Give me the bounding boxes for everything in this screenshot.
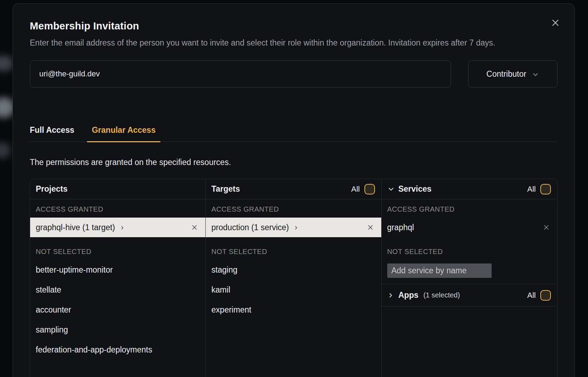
- targets-all-label: All: [351, 185, 360, 194]
- project-granted-row[interactable]: graphql-hive (1 target): [30, 218, 205, 237]
- membership-invitation-modal: Membership Invitation Enter the email ad…: [13, 4, 575, 377]
- background-blur-blob: [0, 142, 11, 158]
- modal-title: Membership Invitation: [30, 20, 558, 32]
- apps-selected-count: (1 selected): [423, 291, 460, 299]
- project-option[interactable]: sampling: [30, 320, 205, 340]
- close-icon: [551, 18, 560, 27]
- role-select[interactable]: Contributor: [468, 60, 558, 88]
- targets-column: Targets All ACCESS GRANTED production (1…: [206, 179, 381, 377]
- project-option[interactable]: accounter: [30, 300, 205, 320]
- apps-title: Apps: [398, 290, 419, 300]
- targets-granted-label: ACCESS GRANTED: [206, 199, 381, 218]
- target-granted-name: production (1 service): [211, 223, 289, 232]
- access-tabs: Full Access Granular Access: [30, 125, 558, 142]
- email-input[interactable]: [30, 60, 451, 88]
- services-all-label: All: [527, 185, 536, 194]
- add-service-input[interactable]: [387, 263, 492, 278]
- background-blur-blob: [0, 55, 13, 71]
- apps-section-row[interactable]: Apps (1 selected) All: [382, 284, 557, 307]
- projects-not-selected-label: NOT SELECTED: [30, 237, 205, 260]
- services-all-checkbox[interactable]: [540, 184, 551, 194]
- service-granted-row: graphql: [382, 218, 557, 237]
- apps-all-group: All: [527, 290, 551, 301]
- invite-row: Contributor: [30, 60, 558, 88]
- targets-column-title: Targets: [211, 184, 240, 194]
- target-granted-row[interactable]: production (1 service): [206, 218, 381, 237]
- role-select-value: Contributor: [486, 69, 526, 79]
- close-button[interactable]: [550, 17, 561, 28]
- resources-grid: Projects ACCESS GRANTED graphql-hive (1 …: [30, 179, 558, 377]
- projects-column: Projects ACCESS GRANTED graphql-hive (1 …: [30, 179, 206, 377]
- project-option[interactable]: stellate: [30, 280, 205, 300]
- services-column-title: Services: [398, 184, 432, 194]
- service-granted-name: graphql: [387, 223, 414, 232]
- chevron-down-icon: [532, 70, 539, 78]
- targets-column-header: Targets All: [206, 179, 381, 199]
- chevron-down-icon: [387, 185, 395, 193]
- chevron-right-icon: [387, 292, 394, 299]
- chevron-right-icon: [119, 225, 125, 231]
- permissions-note: The permissions are granted on the speci…: [30, 158, 558, 167]
- services-granted-label: ACCESS GRANTED: [382, 199, 557, 218]
- project-option[interactable]: better-uptime-monitor: [30, 260, 205, 280]
- projects-column-title: Projects: [36, 184, 68, 194]
- project-option[interactable]: federation-and-app-deployments: [30, 340, 205, 360]
- target-option[interactable]: kamil: [206, 280, 381, 300]
- close-icon: [191, 224, 198, 231]
- services-column-header[interactable]: Services All: [382, 179, 557, 199]
- services-column: Services All ACCESS GRANTED graphql NOT …: [382, 179, 557, 377]
- targets-not-selected-label: NOT SELECTED: [206, 237, 381, 260]
- apps-all-checkbox[interactable]: [540, 290, 551, 301]
- remove-service-button[interactable]: [542, 224, 550, 231]
- tab-full-access[interactable]: Full Access: [30, 125, 74, 142]
- services-not-selected-label: NOT SELECTED: [382, 237, 557, 260]
- project-granted-name: graphql-hive (1 target): [36, 223, 115, 232]
- projects-column-header: Projects: [30, 179, 205, 199]
- remove-project-button[interactable]: [191, 224, 198, 231]
- target-option[interactable]: staging: [206, 260, 381, 280]
- target-option[interactable]: experiment: [206, 300, 381, 320]
- modal-description: Enter the email address of the person yo…: [30, 36, 558, 49]
- services-all-group: All: [527, 184, 551, 194]
- targets-all-checkbox[interactable]: [364, 184, 375, 194]
- tab-granular-access[interactable]: Granular Access: [87, 125, 160, 142]
- close-icon: [542, 224, 550, 231]
- projects-granted-label: ACCESS GRANTED: [30, 199, 205, 218]
- remove-target-button[interactable]: [367, 224, 374, 231]
- chevron-right-icon: [293, 225, 299, 231]
- close-icon: [367, 224, 374, 231]
- apps-all-label: All: [527, 291, 536, 300]
- targets-all-group: All: [351, 184, 375, 194]
